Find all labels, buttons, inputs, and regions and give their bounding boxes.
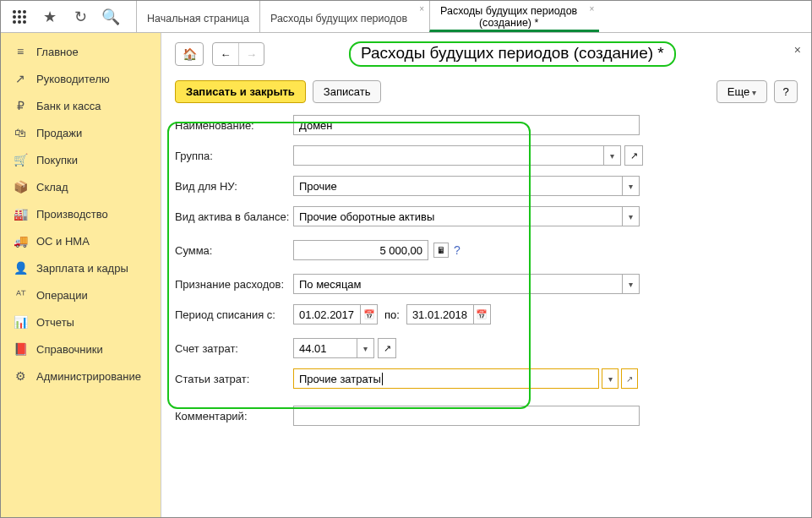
sidebar-item-admin[interactable]: ⚙Администрирование <box>1 363 161 390</box>
report-icon: 📊 <box>13 315 28 329</box>
sidebar-item-purchases[interactable]: 🛒Покупки <box>1 146 161 173</box>
sidebar-item-salary[interactable]: 👤Зарплата и кадры <box>1 254 161 281</box>
account-select[interactable]: 44.01 ▾ <box>293 338 374 358</box>
asset-label: Вид актива в балансе: <box>175 210 293 223</box>
factory-icon: 🏭 <box>13 207 28 221</box>
tab-label-2: (создание) * <box>440 17 577 29</box>
sidebar-item-bank[interactable]: ₽Банк и касса <box>1 92 161 119</box>
calculator-icon[interactable]: 🖩 <box>433 243 449 258</box>
chevron-down-icon[interactable]: ▾ <box>622 207 639 226</box>
help-button[interactable]: ? <box>774 80 798 103</box>
nu-select[interactable]: Прочие ▾ <box>293 176 640 196</box>
open-external-icon[interactable]: ↗ <box>624 145 643 166</box>
save-close-button[interactable]: Записать и закрыть <box>175 80 306 103</box>
open-external-icon[interactable]: ↗ <box>378 338 396 358</box>
sidebar-item-production[interactable]: 🏭Производство <box>1 200 161 227</box>
calendar-icon[interactable]: 📅 <box>473 305 490 324</box>
sum-label: Сумма: <box>175 244 293 257</box>
sidebar-item-operations[interactable]: ᴬᵀОперации <box>1 281 161 308</box>
header-row: 🏠 ← → Расходы будущих периодов (создание… <box>175 41 798 67</box>
back-button[interactable]: ← <box>213 43 238 65</box>
tab-label: Расходы будущих периодов <box>270 13 407 25</box>
forward-button[interactable]: → <box>238 43 264 65</box>
cost-item-input[interactable]: Прочие затраты <box>293 368 599 389</box>
close-icon[interactable]: × <box>419 4 424 14</box>
name-input[interactable]: Домен <box>293 115 640 135</box>
sidebar-item-catalogs[interactable]: 📕Справочники <box>1 335 161 363</box>
cost-item-label: Статьи затрат: <box>175 373 293 385</box>
book-icon: 📕 <box>13 342 28 356</box>
tab-deferred-expenses[interactable]: Расходы будущих периодов × <box>259 1 429 32</box>
help-icon[interactable]: ? <box>454 243 460 257</box>
search-icon[interactable]: 🔍 <box>99 5 123 29</box>
recognition-select[interactable]: По месяцам ▾ <box>293 274 640 294</box>
save-button[interactable]: Записать <box>313 80 382 103</box>
star-icon[interactable]: ★ <box>38 5 62 29</box>
cart-icon: 🛒 <box>13 153 28 166</box>
gear-icon: ⚙ <box>13 369 28 383</box>
period-start-input[interactable]: 01.02.2017 📅 <box>293 304 378 324</box>
form: Наименование: Домен Группа: ▾ ↗ Вид для … <box>175 115 798 426</box>
calendar-icon[interactable]: 📅 <box>360 305 377 324</box>
chart-icon: ↗ <box>13 72 28 85</box>
list-icon: ≡ <box>13 45 28 58</box>
bag-icon: 🛍 <box>13 126 28 139</box>
topbar: ★ ↻ 🔍 Начальная страница Расходы будущих… <box>1 1 811 33</box>
close-icon[interactable]: × <box>589 4 594 14</box>
operations-icon: ᴬᵀ <box>13 288 28 302</box>
comment-input[interactable] <box>293 406 640 426</box>
home-button[interactable]: 🏠 <box>175 42 204 66</box>
person-icon: 👤 <box>13 261 28 275</box>
history-icon[interactable]: ↻ <box>68 5 92 29</box>
comment-label: Комментарий: <box>175 410 293 423</box>
period-to-label: по: <box>384 308 400 321</box>
content: × 🏠 ← → Расходы будущих периодов (создан… <box>161 33 811 517</box>
toolbar: Записать и закрыть Записать Еще ? <box>175 80 798 103</box>
asset-select[interactable]: Прочие оборотные активы ▾ <box>293 206 640 226</box>
group-label: Группа: <box>175 150 293 162</box>
apps-icon[interactable] <box>8 5 31 29</box>
chevron-down-icon[interactable]: ▾ <box>602 368 619 389</box>
money-icon: ₽ <box>13 99 28 112</box>
chevron-down-icon[interactable]: ▾ <box>622 177 639 195</box>
truck-icon: 🚚 <box>13 234 28 248</box>
more-button[interactable]: Еще <box>717 80 767 103</box>
account-label: Счет затрат: <box>175 342 293 355</box>
sidebar-item-sales[interactable]: 🛍Продажи <box>1 119 161 146</box>
sum-input[interactable]: 5 000,00 <box>293 240 428 260</box>
sidebar-item-warehouse[interactable]: 📦Склад <box>1 173 161 200</box>
period-label: Период списания с: <box>175 308 293 321</box>
chevron-down-icon[interactable]: ▾ <box>603 146 620 165</box>
open-external-icon[interactable]: ↗ <box>621 368 638 389</box>
period-end-input[interactable]: 31.01.2018 📅 <box>406 304 491 324</box>
sidebar-item-reports[interactable]: 📊Отчеты <box>1 308 161 335</box>
tabs: Начальная страница Расходы будущих перио… <box>136 1 599 32</box>
page-title: Расходы будущих периодов (создание) * <box>349 41 676 67</box>
sidebar-item-assets[interactable]: 🚚ОС и НМА <box>1 227 161 254</box>
sidebar-item-main[interactable]: ≡Главное <box>1 38 161 65</box>
sidebar: ≡Главное ↗Руководителю ₽Банк и касса 🛍Пр… <box>1 33 161 517</box>
box-icon: 📦 <box>13 180 28 194</box>
tab-deferred-expenses-create[interactable]: Расходы будущих периодов (создание) * × <box>429 1 599 32</box>
nu-label: Вид для НУ: <box>175 180 293 193</box>
sidebar-item-manager[interactable]: ↗Руководителю <box>1 65 161 92</box>
chevron-down-icon[interactable]: ▾ <box>357 339 373 357</box>
chevron-down-icon[interactable]: ▾ <box>622 275 639 293</box>
tab-label: Расходы будущих периодов <box>440 5 577 17</box>
tab-home[interactable]: Начальная страница <box>136 1 259 32</box>
main: ≡Главное ↗Руководителю ₽Банк и касса 🛍Пр… <box>1 33 811 517</box>
recognition-label: Признание расходов: <box>175 278 293 291</box>
name-label: Наименование: <box>175 119 293 132</box>
tab-label: Начальная страница <box>147 13 249 25</box>
close-icon[interactable]: × <box>794 43 801 57</box>
group-select[interactable]: ▾ <box>293 145 621 166</box>
